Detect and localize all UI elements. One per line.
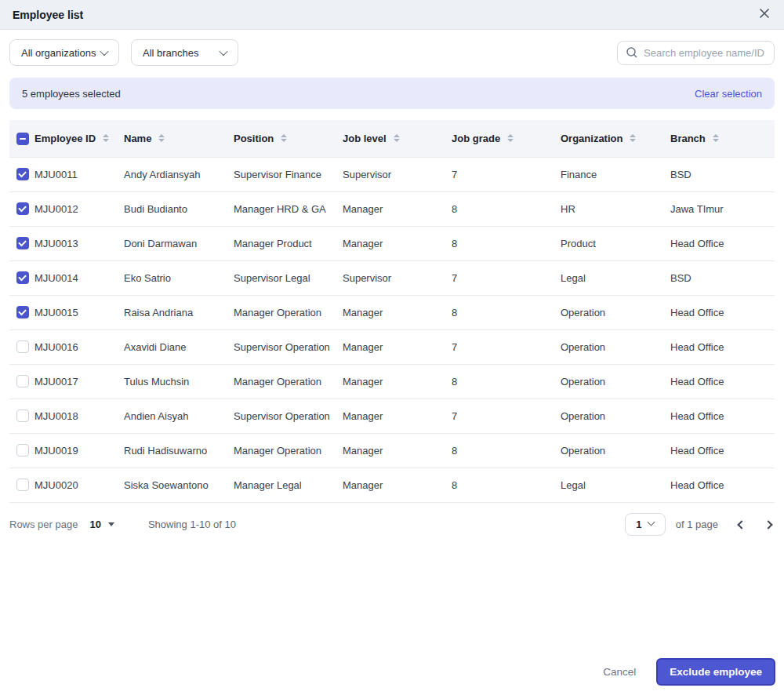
caret-down-icon[interactable] xyxy=(108,522,114,526)
cell-job-level: Manager xyxy=(343,468,452,502)
rows-per-page-value[interactable]: 10 xyxy=(89,519,100,530)
cell-job-grade: 8 xyxy=(452,191,561,226)
row-checkbox[interactable] xyxy=(16,478,29,491)
row-checkbox[interactable] xyxy=(16,168,29,180)
row-checkbox[interactable] xyxy=(16,444,29,457)
cell-employee-id: MJU0011 xyxy=(34,157,124,191)
selection-banner: 5 employees selected Clear selection xyxy=(9,78,775,109)
page-select-value: 1 xyxy=(636,519,641,530)
cell-job-level: Manager xyxy=(343,191,452,226)
select-all-checkbox[interactable] xyxy=(16,133,29,145)
cell-name: Siska Soewantono xyxy=(124,468,234,502)
row-checkbox[interactable] xyxy=(16,375,29,388)
row-checkbox[interactable] xyxy=(16,271,29,284)
column-header-position[interactable]: Position xyxy=(234,120,343,157)
cell-organization: Operation xyxy=(561,364,670,398)
cell-position: Supervisor Finance xyxy=(234,157,343,191)
cell-job-level: Supervisor xyxy=(343,260,452,295)
cell-employee-id: MJU0015 xyxy=(34,295,124,329)
table-row: MJU0020 Siska Soewantono Manager Legal M… xyxy=(9,468,775,502)
cell-position: Supervisor Legal xyxy=(234,260,343,295)
modal-header: Employee list xyxy=(0,0,784,30)
pagination-bar: Rows per page 10 Showing 1-10 of 10 1 of… xyxy=(9,503,775,547)
row-checkbox[interactable] xyxy=(16,202,29,215)
column-header-employee-id[interactable]: Employee ID xyxy=(34,120,124,157)
table-row: MJU0011 Andy Ardiansyah Supervisor Finan… xyxy=(9,157,775,191)
table-row: MJU0012 Budi Budianto Manager HRD & GA M… xyxy=(9,191,775,226)
selected-count-text: 5 employees selected xyxy=(22,88,121,100)
column-header-organization[interactable]: Organization xyxy=(561,120,670,157)
cell-job-grade: 8 xyxy=(452,364,561,398)
sort-icon xyxy=(630,134,636,142)
column-header-branch[interactable]: Branch xyxy=(670,120,775,157)
sort-icon xyxy=(507,134,514,142)
chevron-down-icon xyxy=(648,519,655,526)
clear-selection-link[interactable]: Clear selection xyxy=(695,88,762,100)
branches-filter-dropdown[interactable]: All branches xyxy=(131,39,238,66)
cell-name: Eko Satrio xyxy=(124,260,234,295)
cell-organization: Operation xyxy=(561,433,670,468)
table-row: MJU0015 Raisa Andriana Manager Operation… xyxy=(9,295,775,329)
sort-icon xyxy=(158,134,165,142)
column-header-job-level[interactable]: Job level xyxy=(343,120,452,157)
modal-title: Employee list xyxy=(13,9,83,21)
cell-name: Andien Aisyah xyxy=(124,398,234,433)
cell-organization: Finance xyxy=(561,157,670,191)
organizations-filter-label: All organizations xyxy=(21,47,96,59)
cell-branch: Jawa TImur xyxy=(670,191,775,226)
row-checkbox[interactable] xyxy=(16,409,29,422)
page-select[interactable]: 1 xyxy=(625,513,666,536)
cancel-button[interactable]: Cancel xyxy=(598,660,641,684)
organizations-filter-dropdown[interactable]: All organizations xyxy=(9,39,119,66)
close-button[interactable] xyxy=(757,6,771,23)
cell-organization: Operation xyxy=(561,295,670,329)
modal-footer: Cancel Exclude employee xyxy=(0,658,784,695)
sort-icon xyxy=(103,134,109,142)
sort-icon xyxy=(713,134,719,142)
previous-page-button[interactable] xyxy=(735,519,748,531)
rows-per-page-label: Rows per page xyxy=(9,519,78,530)
search-box xyxy=(617,41,775,65)
search-input[interactable] xyxy=(644,47,766,59)
branches-filter-label: All branches xyxy=(143,47,199,59)
cell-job-grade: 8 xyxy=(452,226,561,260)
cell-organization: Legal xyxy=(561,468,670,502)
cell-name: Andy Ardiansyah xyxy=(124,157,234,191)
next-page-button[interactable] xyxy=(762,519,775,531)
cell-branch: Head Office xyxy=(670,433,775,468)
cell-employee-id: MJU0017 xyxy=(34,364,124,398)
cell-organization: Product xyxy=(561,226,670,260)
cell-job-grade: 7 xyxy=(452,260,561,295)
cell-position: Manager Legal xyxy=(234,468,343,502)
cell-branch: Head Office xyxy=(670,295,775,329)
filters-bar: All organizations All branches xyxy=(0,30,784,78)
row-checkbox[interactable] xyxy=(16,340,29,353)
cell-name: Raisa Andriana xyxy=(124,295,234,329)
cell-name: Doni Darmawan xyxy=(124,226,234,260)
exclude-employee-button[interactable]: Exclude employee xyxy=(656,658,775,686)
cell-position: Manager Operation xyxy=(234,295,343,329)
chevron-left-icon xyxy=(737,520,746,529)
cell-branch: Head Office xyxy=(670,329,775,364)
cell-job-level: Manager xyxy=(343,364,452,398)
column-header-job-grade[interactable]: Job grade xyxy=(452,120,561,157)
sort-icon xyxy=(394,134,400,142)
cell-branch: Head Office xyxy=(670,468,775,502)
cell-organization: HR xyxy=(561,191,670,226)
row-checkbox[interactable] xyxy=(16,306,29,318)
chevron-down-icon xyxy=(219,47,227,56)
cell-job-grade: 7 xyxy=(452,157,561,191)
cell-name: Axavidi Diane xyxy=(124,329,234,364)
cell-job-level: Manager xyxy=(343,329,452,364)
cell-employee-id: MJU0014 xyxy=(34,260,124,295)
cell-position: Supervisor Operation xyxy=(234,329,343,364)
table-row: MJU0017 Tulus Muchsin Manager Operation … xyxy=(9,364,775,398)
table-row: MJU0014 Eko Satrio Supervisor Legal Supe… xyxy=(9,260,775,295)
cell-position: Manager Operation xyxy=(234,433,343,468)
cell-branch: Head Office xyxy=(670,364,775,398)
column-header-name[interactable]: Name xyxy=(124,120,234,157)
chevron-down-icon xyxy=(100,47,108,56)
row-checkbox[interactable] xyxy=(16,237,29,249)
cell-employee-id: MJU0016 xyxy=(34,329,124,364)
cell-job-level: Manager xyxy=(343,433,452,468)
